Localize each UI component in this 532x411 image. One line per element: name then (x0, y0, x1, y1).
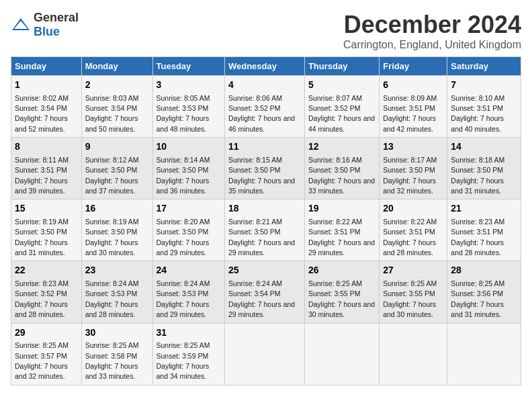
calendar-cell-3-7: 21Sunrise: 8:23 AMSunset: 3:51 PMDayligh… (447, 199, 521, 261)
day-number: 9 (85, 140, 149, 154)
day-number: 20 (383, 202, 443, 216)
logo-text: General Blue (34, 11, 79, 39)
day-sunrise: Sunrise: 8:25 AMSunset: 3:55 PMDaylight:… (383, 279, 437, 318)
day-number: 28 (451, 264, 517, 277)
day-sunrise: Sunrise: 8:19 AMSunset: 3:50 PMDaylight:… (85, 218, 139, 257)
day-sunrise: Sunrise: 8:05 AMSunset: 3:53 PMDaylight:… (157, 94, 210, 133)
day-sunrise: Sunrise: 8:25 AMSunset: 3:57 PMDaylight:… (15, 341, 69, 380)
header-row: Sunday Monday Tuesday Wednesday Thursday… (11, 57, 521, 76)
day-sunrise: Sunrise: 8:25 AMSunset: 3:58 PMDaylight:… (85, 341, 139, 380)
day-sunrise: Sunrise: 8:07 AMSunset: 3:52 PMDaylight:… (308, 94, 375, 133)
day-number: 25 (228, 264, 301, 277)
day-number: 1 (15, 79, 78, 92)
day-sunrise: Sunrise: 8:06 AMSunset: 3:52 PMDaylight:… (228, 94, 295, 133)
day-sunrise: Sunrise: 8:15 AMSunset: 3:50 PMDaylight:… (228, 156, 295, 195)
day-sunrise: Sunrise: 8:19 AMSunset: 3:50 PMDaylight:… (15, 218, 69, 257)
calendar-cell-3-2: 16Sunrise: 8:19 AMSunset: 3:50 PMDayligh… (81, 199, 152, 261)
day-number: 30 (85, 326, 149, 340)
calendar-week-4: 22Sunrise: 8:23 AMSunset: 3:52 PMDayligh… (11, 261, 521, 323)
day-sunrise: Sunrise: 8:12 AMSunset: 3:50 PMDaylight:… (85, 156, 139, 195)
calendar-week-5: 29Sunrise: 8:25 AMSunset: 3:57 PMDayligh… (11, 323, 521, 385)
calendar-cell-4-4: 25Sunrise: 8:24 AMSunset: 3:54 PMDayligh… (224, 261, 304, 323)
day-number: 5 (308, 79, 375, 92)
calendar-cell-2-1: 8Sunrise: 8:11 AMSunset: 3:51 PMDaylight… (11, 138, 82, 199)
day-sunrise: Sunrise: 8:25 AMSunset: 3:56 PMDaylight:… (451, 279, 504, 318)
day-number: 12 (308, 140, 375, 154)
calendar-cell-2-5: 12Sunrise: 8:16 AMSunset: 3:50 PMDayligh… (304, 138, 379, 199)
day-number: 13 (383, 140, 443, 154)
day-sunrise: Sunrise: 8:24 AMSunset: 3:54 PMDaylight:… (228, 279, 295, 318)
day-number: 10 (157, 140, 221, 154)
day-sunrise: Sunrise: 8:03 AMSunset: 3:54 PMDaylight:… (85, 94, 139, 133)
day-sunrise: Sunrise: 8:25 AMSunset: 3:55 PMDaylight:… (308, 279, 375, 318)
calendar-cell-3-3: 17Sunrise: 8:20 AMSunset: 3:50 PMDayligh… (152, 199, 224, 261)
day-number: 2 (85, 79, 149, 92)
day-number: 8 (15, 140, 78, 154)
calendar-cell-3-5: 19Sunrise: 8:22 AMSunset: 3:51 PMDayligh… (304, 199, 379, 261)
page-title: December 2024 (343, 11, 521, 39)
day-sunrise: Sunrise: 8:24 AMSunset: 3:53 PMDaylight:… (85, 279, 139, 318)
calendar-cell-4-5: 26Sunrise: 8:25 AMSunset: 3:55 PMDayligh… (304, 261, 379, 323)
calendar-cell-5-2: 30Sunrise: 8:25 AMSunset: 3:58 PMDayligh… (81, 323, 152, 385)
calendar-cell-1-1: 1Sunrise: 8:02 AMSunset: 3:54 PMDaylight… (11, 76, 82, 138)
day-sunrise: Sunrise: 8:14 AMSunset: 3:50 PMDaylight:… (157, 156, 210, 195)
day-sunrise: Sunrise: 8:21 AMSunset: 3:50 PMDaylight:… (228, 218, 295, 257)
day-number: 31 (157, 326, 221, 340)
logo: General Blue (11, 11, 79, 39)
day-number: 26 (308, 264, 375, 277)
logo-general: General (34, 11, 79, 24)
calendar-cell-5-5 (304, 323, 379, 385)
header-tuesday: Tuesday (152, 57, 224, 76)
calendar-cell-1-4: 4Sunrise: 8:06 AMSunset: 3:52 PMDaylight… (224, 76, 304, 138)
calendar-cell-2-4: 11Sunrise: 8:15 AMSunset: 3:50 PMDayligh… (224, 138, 304, 199)
calendar-week-1: 1Sunrise: 8:02 AMSunset: 3:54 PMDaylight… (11, 76, 521, 138)
day-number: 18 (228, 202, 301, 216)
day-sunrise: Sunrise: 8:24 AMSunset: 3:53 PMDaylight:… (157, 279, 210, 318)
calendar-cell-5-6 (380, 323, 447, 385)
day-sunrise: Sunrise: 8:25 AMSunset: 3:59 PMDaylight:… (157, 341, 210, 380)
page-header: General Blue December 2024 Carrington, E… (11, 11, 521, 51)
calendar-cell-1-7: 7Sunrise: 8:10 AMSunset: 3:51 PMDaylight… (447, 76, 521, 138)
calendar-cell-4-2: 23Sunrise: 8:24 AMSunset: 3:53 PMDayligh… (81, 261, 152, 323)
day-number: 24 (157, 264, 221, 277)
logo-blue: Blue (34, 25, 60, 38)
calendar-cell-2-7: 14Sunrise: 8:18 AMSunset: 3:50 PMDayligh… (447, 138, 521, 199)
calendar-cell-1-2: 2Sunrise: 8:03 AMSunset: 3:54 PMDaylight… (81, 76, 152, 138)
calendar-cell-4-7: 28Sunrise: 8:25 AMSunset: 3:56 PMDayligh… (447, 261, 521, 323)
calendar-cell-5-7 (447, 323, 521, 385)
calendar-cell-1-6: 6Sunrise: 8:09 AMSunset: 3:51 PMDaylight… (380, 76, 447, 138)
day-number: 23 (85, 264, 149, 277)
header-thursday: Thursday (304, 57, 379, 76)
calendar-cell-4-6: 27Sunrise: 8:25 AMSunset: 3:55 PMDayligh… (380, 261, 447, 323)
day-number: 15 (15, 202, 78, 216)
day-sunrise: Sunrise: 8:16 AMSunset: 3:50 PMDaylight:… (308, 156, 375, 195)
header-saturday: Saturday (447, 57, 521, 76)
header-wednesday: Wednesday (224, 57, 304, 76)
calendar-cell-1-5: 5Sunrise: 8:07 AMSunset: 3:52 PMDaylight… (304, 76, 379, 138)
header-sunday: Sunday (11, 57, 82, 76)
header-monday: Monday (81, 57, 152, 76)
calendar-cell-1-3: 3Sunrise: 8:05 AMSunset: 3:53 PMDaylight… (152, 76, 224, 138)
day-number: 22 (15, 264, 78, 277)
day-sunrise: Sunrise: 8:23 AMSunset: 3:51 PMDaylight:… (451, 218, 504, 257)
calendar-cell-5-1: 29Sunrise: 8:25 AMSunset: 3:57 PMDayligh… (11, 323, 82, 385)
calendar-cell-4-3: 24Sunrise: 8:24 AMSunset: 3:53 PMDayligh… (152, 261, 224, 323)
day-number: 11 (228, 140, 301, 154)
day-sunrise: Sunrise: 8:20 AMSunset: 3:50 PMDaylight:… (157, 218, 210, 257)
calendar-cell-2-3: 10Sunrise: 8:14 AMSunset: 3:50 PMDayligh… (152, 138, 224, 199)
day-number: 14 (451, 140, 517, 154)
day-number: 3 (157, 79, 221, 92)
day-number: 4 (228, 79, 301, 92)
calendar-cell-2-6: 13Sunrise: 8:17 AMSunset: 3:50 PMDayligh… (380, 138, 447, 199)
day-number: 6 (383, 79, 443, 92)
calendar-cell-3-6: 20Sunrise: 8:22 AMSunset: 3:51 PMDayligh… (380, 199, 447, 261)
calendar-table: Sunday Monday Tuesday Wednesday Thursday… (11, 56, 521, 385)
day-number: 27 (383, 264, 443, 277)
day-sunrise: Sunrise: 8:11 AMSunset: 3:51 PMDaylight:… (15, 156, 69, 195)
day-sunrise: Sunrise: 8:09 AMSunset: 3:51 PMDaylight:… (383, 94, 437, 133)
header-friday: Friday (380, 57, 447, 76)
calendar-cell-4-1: 22Sunrise: 8:23 AMSunset: 3:52 PMDayligh… (11, 261, 82, 323)
day-sunrise: Sunrise: 8:22 AMSunset: 3:51 PMDaylight:… (308, 218, 375, 257)
calendar-cell-2-2: 9Sunrise: 8:12 AMSunset: 3:50 PMDaylight… (81, 138, 152, 199)
day-sunrise: Sunrise: 8:22 AMSunset: 3:51 PMDaylight:… (383, 218, 437, 257)
